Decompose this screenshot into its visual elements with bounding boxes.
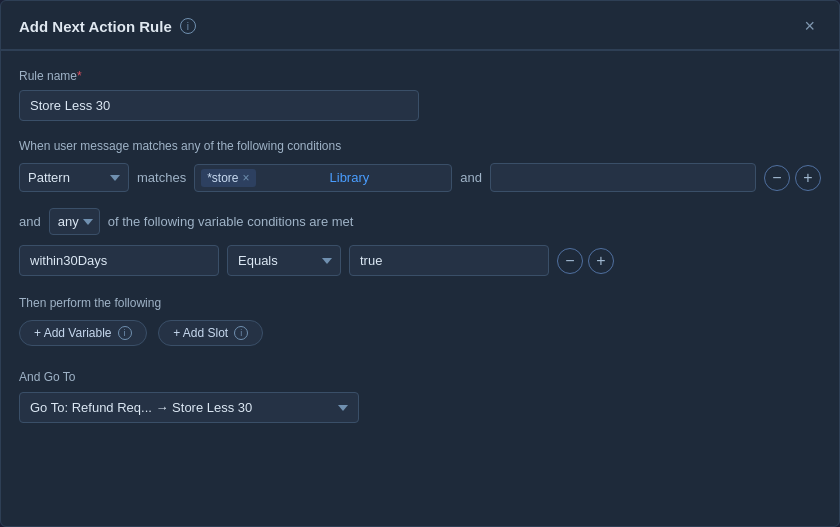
and-condition-input[interactable] [490,163,756,192]
add-next-action-rule-modal: Add Next Action Rule i × Rule name* When… [0,0,840,527]
pattern-select[interactable]: Pattern Intent Entity [19,163,129,192]
modal-body: Rule name* When user message matches any… [1,51,839,443]
var-plus-icon: + [596,253,605,269]
add-variable-button[interactable]: + Add Variable i [19,320,147,346]
variable-name-input[interactable] [19,245,219,276]
equals-select[interactable]: Equals Not Equals Contains Greater Than … [227,245,341,276]
variable-value-input[interactable] [349,245,549,276]
modal-header: Add Next Action Rule i × [1,1,839,50]
tag-input-area[interactable]: *store × Library [194,164,452,192]
minus-icon: − [772,170,781,186]
perform-label: Then perform the following [19,296,821,310]
var-minus-icon: − [565,253,574,269]
conditions-row: Pattern Intent Entity matches *store × L… [19,163,821,192]
remove-condition-button[interactable]: − [764,165,790,191]
add-variable-label: + Add Variable [34,326,112,340]
variable-conditions-suffix: of the following variable conditions are… [108,214,354,229]
rule-name-label: Rule name* [19,69,821,83]
rule-name-section: Rule name* [19,69,821,121]
add-slot-info-icon[interactable]: i [234,326,248,340]
goto-select[interactable]: Go To: Refund Req... → Store Less 30 [19,392,359,423]
variable-conditions-header: and any all of the following variable co… [19,208,821,235]
matches-text: matches [137,170,186,185]
variable-conditions-row: Equals Not Equals Contains Greater Than … [19,245,821,276]
add-condition-button[interactable]: + [795,165,821,191]
add-slot-label: + Add Slot [173,326,228,340]
and-text: and [460,170,482,185]
tag-close-icon[interactable]: × [243,172,250,184]
store-tag: *store × [201,169,255,187]
plus-icon: + [803,170,812,186]
and-label: and [19,214,41,229]
modal-close-button[interactable]: × [798,15,821,37]
and-go-section: And Go To Go To: Refund Req... → Store L… [19,370,821,423]
variable-btn-group: − + [557,248,614,274]
and-go-label: And Go To [19,370,821,384]
add-variable-info-icon[interactable]: i [118,326,132,340]
modal-title: Add Next Action Rule [19,18,172,35]
conditions-section-label: When user message matches any of the fol… [19,139,821,153]
perform-section: Then perform the following + Add Variabl… [19,296,821,354]
add-variable-button[interactable]: + [588,248,614,274]
rule-name-input[interactable] [19,90,419,121]
any-select[interactable]: any all [49,208,100,235]
tag-value: *store [207,171,238,185]
modal-title-row: Add Next Action Rule i [19,18,196,35]
tag-text-input[interactable] [261,170,321,185]
add-slot-button[interactable]: + Add Slot i [158,320,263,346]
title-info-icon[interactable]: i [180,18,196,34]
library-button[interactable]: Library [326,170,374,185]
condition-btn-group: − + [764,165,821,191]
remove-variable-button[interactable]: − [557,248,583,274]
